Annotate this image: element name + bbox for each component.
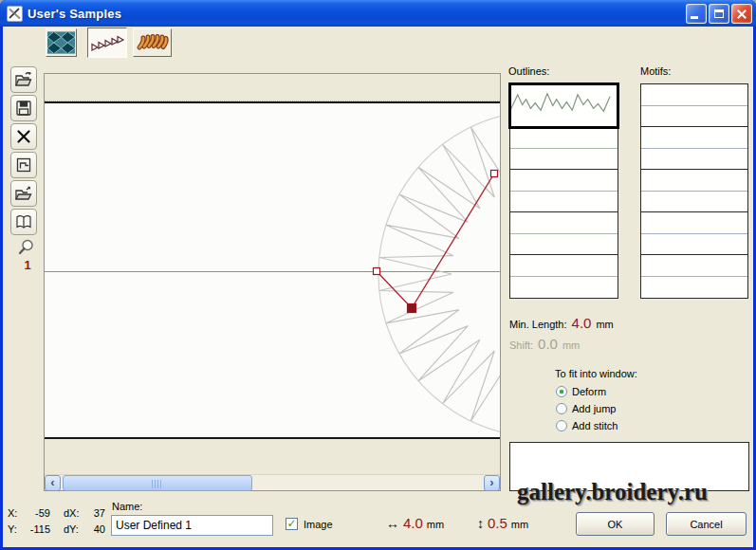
window-title: User's Samples (28, 7, 121, 21)
scrollbar-grip (152, 480, 163, 488)
fit-into-window-label: To fit into window: (555, 368, 637, 379)
shape-icon (14, 156, 33, 174)
radio-add-jump-label: Add jump (572, 403, 616, 414)
minimize-button[interactable] (686, 4, 707, 24)
outline-sample-button[interactable] (87, 28, 127, 58)
radio-icon[interactable] (556, 403, 567, 414)
radio-icon[interactable] (556, 386, 567, 397)
scrollbar-thumb[interactable] (63, 475, 252, 491)
motif-sample-cell[interactable] (641, 127, 747, 170)
canvas-drawing[interactable] (45, 103, 500, 437)
delete-sample-button[interactable] (10, 123, 37, 150)
width-value: 4.0 (403, 515, 423, 531)
outline-pattern-icon (90, 30, 124, 55)
y-value: -115 (24, 522, 50, 538)
zoom-level: 1 (13, 260, 42, 271)
title-bar[interactable]: User's Samples (0, 0, 756, 27)
drawing-canvas[interactable] (45, 101, 500, 439)
motif-sample-cell[interactable] (641, 212, 747, 255)
image-checkbox-mark: ✓ (286, 517, 296, 530)
delete-icon (14, 127, 33, 146)
width-unit: mm (427, 519, 444, 530)
motifs-list (640, 83, 748, 299)
y-label: Y: (8, 522, 24, 538)
canvas-panel: ‹ › (44, 73, 501, 491)
width-arrow-icon: ↔ (386, 516, 399, 531)
motif-sample-cell[interactable] (641, 255, 747, 298)
polyline-node-filled[interactable] (408, 304, 416, 313)
close-button[interactable] (731, 4, 752, 24)
edit-shape-button[interactable] (10, 152, 37, 178)
image-checkbox-label: Image (304, 519, 333, 530)
shift-value: 0.0 (538, 336, 558, 352)
x-label: X: (8, 505, 24, 522)
magnifier-icon (16, 237, 39, 260)
cancel-button[interactable]: Cancel (666, 512, 747, 536)
import-sample-button[interactable] (10, 180, 37, 207)
open-icon (14, 70, 33, 89)
x-value: -59 (24, 505, 50, 522)
horizontal-scrollbar[interactable]: ‹ › (45, 474, 500, 490)
name-label: Name: (112, 501, 142, 512)
height-readout: ↕ 0.5 mm (477, 515, 528, 531)
radio-add-stitch-label: Add stitch (572, 420, 618, 431)
cord-pattern-icon (136, 30, 169, 55)
scroll-left-button[interactable]: ‹ (45, 475, 61, 491)
zigzag-outline-thumb (510, 84, 614, 123)
fan-arc (378, 116, 500, 432)
image-checkbox[interactable]: ✓ (286, 518, 298, 530)
dx-label: dX: (64, 505, 86, 522)
outlines-list (509, 83, 618, 299)
maximize-icon (714, 9, 724, 18)
cord-sample-button[interactable] (133, 28, 172, 57)
save-sample-button[interactable] (10, 95, 37, 121)
outline-sample-cell[interactable] (510, 127, 618, 170)
outline-sample-cell[interactable] (510, 170, 618, 212)
motifs-label: Motifs: (640, 65, 671, 77)
outline-sample-cell[interactable] (510, 255, 618, 298)
dx-value: 37 (86, 505, 105, 522)
width-readout: ↔ 4.0 mm (386, 515, 444, 531)
canvas-bottom-margin (45, 441, 500, 475)
radio-icon[interactable] (556, 420, 567, 431)
radio-deform[interactable]: Deform (556, 386, 606, 397)
height-value: 0.5 (488, 515, 507, 531)
height-arrow-icon: ↕ (477, 516, 484, 531)
zoom-tool-button[interactable]: 1 (13, 237, 42, 279)
motif-sample-cell[interactable] (641, 170, 747, 212)
watermark: gallery.broidery.ru (517, 479, 708, 505)
users-samples-dialog: User's Samples (0, 0, 756, 550)
dy-value: 40 (86, 522, 105, 538)
library-icon (14, 212, 33, 231)
min-length-label: Min. Length: (509, 319, 567, 330)
import-icon (14, 184, 33, 203)
radio-add-jump[interactable]: Add jump (556, 403, 616, 414)
ok-button[interactable]: OK (576, 512, 655, 536)
maximize-button[interactable] (709, 4, 729, 24)
minimize-icon (691, 16, 698, 19)
scroll-right-button[interactable]: › (484, 475, 500, 491)
edit-polyline (377, 174, 494, 308)
height-unit: mm (511, 519, 528, 530)
polyline-node-hollow[interactable] (491, 171, 498, 177)
fill-sample-button[interactable] (46, 28, 77, 57)
dy-label: dY: (64, 522, 86, 538)
polyline-node-hollow[interactable] (374, 268, 380, 275)
fan-pattern (379, 116, 500, 432)
shift-unit: mm (562, 339, 580, 351)
min-length-unit: mm (596, 319, 613, 330)
coordinates-readout: X: -59 dX: 37 Y: -115 dY: 40 (8, 505, 105, 538)
app-icon (7, 6, 23, 22)
open-sample-button[interactable] (10, 66, 37, 93)
canvas-top-margin (45, 74, 500, 101)
radio-deform-label: Deform (572, 386, 606, 397)
outline-sample-cell[interactable] (510, 84, 618, 127)
motif-sample-cell[interactable] (641, 84, 747, 127)
save-icon (14, 99, 33, 118)
name-input[interactable] (111, 515, 273, 536)
radio-add-stitch[interactable]: Add stitch (556, 420, 618, 431)
outline-sample-cell[interactable] (510, 212, 618, 255)
outlines-label: Outlines: (508, 65, 549, 77)
library-button[interactable] (10, 209, 37, 235)
fill-pattern-icon (47, 31, 75, 54)
